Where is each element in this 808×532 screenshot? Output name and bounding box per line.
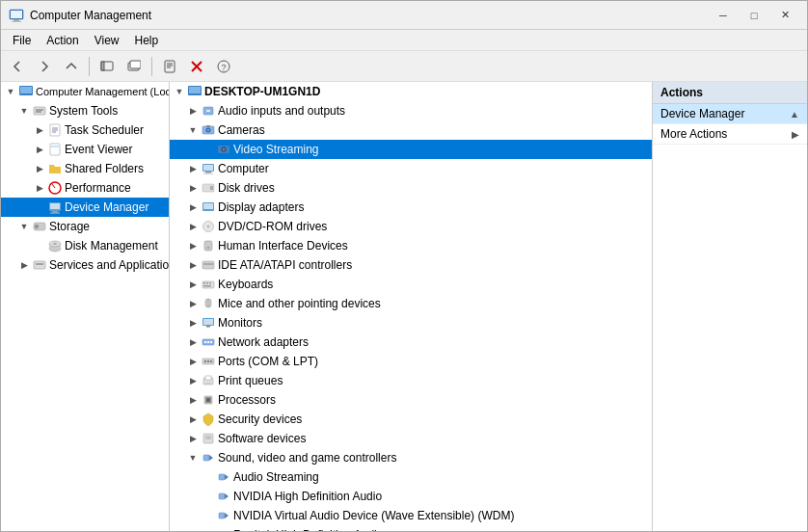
ide-icon <box>201 257 216 273</box>
menu-view[interactable]: View <box>87 31 127 50</box>
svg-rect-58 <box>210 186 213 190</box>
keyboards-item[interactable]: ▶ Keyboards <box>170 275 652 294</box>
mice-item[interactable]: ▶ Mice and other pointing devices <box>170 294 652 313</box>
more-actions-action[interactable]: More Actions ▶ <box>653 124 807 145</box>
security-devices-item[interactable]: ▶ Security devices <box>170 410 652 429</box>
cameras-item[interactable]: ▼ Cameras <box>170 120 652 140</box>
svg-line-28 <box>52 184 55 188</box>
svg-rect-30 <box>50 203 60 209</box>
software-devices-item[interactable]: ▶ Software devices <box>170 429 652 448</box>
services-item[interactable]: ▶ Services and Applications <box>1 255 169 275</box>
properties-button[interactable] <box>157 54 182 79</box>
system-tools-label: System Tools <box>49 104 118 118</box>
nvidia-virtual-audio-item[interactable]: NVIDIA Virtual Audio Device (Wave Extens… <box>170 506 652 525</box>
disk-drives-item[interactable]: ▶ Disk drives <box>170 178 652 198</box>
window-title: Computer Management <box>30 9 709 22</box>
event-viewer-label: Event Viewer <box>65 143 132 156</box>
main-area: ▼ Computer Management (Local ▼ <box>1 82 807 531</box>
nvidia-virtual-icon <box>216 508 231 523</box>
new-window-button[interactable] <box>121 54 147 79</box>
expand-icon <box>201 508 216 523</box>
system-tools-item[interactable]: ▼ System Tools <box>1 101 169 120</box>
app-icon <box>9 8 24 23</box>
up-button[interactable] <box>59 54 84 79</box>
realtek-icon <box>216 527 231 531</box>
computer-label: Computer <box>218 162 269 175</box>
expand-icon: ▶ <box>185 315 201 331</box>
expand-icon <box>201 527 216 531</box>
network-adapters-item[interactable]: ▶ Network adapters <box>170 332 652 352</box>
computer-item[interactable]: ▶ Computer <box>170 159 652 178</box>
sound-video-item[interactable]: ▼ Sound, video and game controllers <box>170 448 652 467</box>
storage-item[interactable]: ▼ Storage <box>1 217 169 236</box>
svg-rect-70 <box>209 282 211 284</box>
desktop-root-item[interactable]: ▼ DESKTOP-UM1GN1D <box>170 82 652 101</box>
menu-file[interactable]: File <box>5 31 39 50</box>
performance-item[interactable]: ▶ Performance <box>1 178 169 198</box>
keyboards-icon <box>201 277 216 292</box>
performance-icon <box>47 180 63 196</box>
dvd-drives-item[interactable]: ▶ DVD/CD-ROM drives <box>170 217 652 236</box>
video-streaming-label: Video Streaming <box>233 143 319 156</box>
svg-rect-17 <box>20 87 32 93</box>
sound-video-label: Sound, video and game controllers <box>218 451 396 465</box>
processors-item[interactable]: ▶ Processors <box>170 390 652 410</box>
disk-drives-icon <box>201 180 216 196</box>
ports-item[interactable]: ▶ Ports (COM & LPT) <box>170 352 652 371</box>
dvd-drives-icon <box>201 219 216 234</box>
menu-help[interactable]: Help <box>127 31 167 50</box>
menu-action[interactable]: Action <box>39 31 86 50</box>
svg-rect-99 <box>219 493 225 499</box>
task-scheduler-icon <box>47 122 63 138</box>
left-root-item[interactable]: ▼ Computer Management (Local <box>1 82 169 101</box>
back-button[interactable] <box>5 54 30 79</box>
expand-icon: ▼ <box>185 122 201 138</box>
help-button[interactable]: ? <box>211 54 236 79</box>
left-root-label: Computer Management (Local <box>36 86 170 97</box>
delete-button[interactable] <box>184 54 209 79</box>
expand-icon: ▶ <box>185 296 201 311</box>
svg-marker-96 <box>209 455 213 461</box>
hid-item[interactable]: ▶ Human Interface Devices <box>170 236 652 255</box>
expand-icon: ▶ <box>185 257 201 273</box>
security-devices-label: Security devices <box>218 412 302 426</box>
window-controls: ─ □ ✕ <box>709 6 799 25</box>
event-viewer-item[interactable]: ▶ Event Viewer <box>1 140 169 159</box>
disk-management-item[interactable]: Disk Management <box>1 236 169 255</box>
svg-rect-49 <box>206 125 210 127</box>
maximize-button[interactable]: □ <box>740 6 768 25</box>
print-queues-item[interactable]: ▶ Print queues <box>170 371 652 390</box>
close-button[interactable]: ✕ <box>770 6 799 25</box>
nvidia-hd-audio-item[interactable]: NVIDIA High Definition Audio <box>170 487 652 506</box>
svg-rect-26 <box>51 146 59 147</box>
sound-video-icon <box>201 450 216 466</box>
svg-rect-1 <box>11 11 22 18</box>
display-adapters-label: Display adapters <box>218 200 304 214</box>
task-scheduler-label: Task Scheduler <box>65 123 144 137</box>
device-manager-action-label: Device Manager <box>660 107 744 120</box>
expand-icon: ▼ <box>16 219 32 234</box>
display-adapters-item[interactable]: ▶ Display adapters <box>170 198 652 217</box>
realtek-audio-item[interactable]: Realtek High Definition Audio <box>170 525 652 531</box>
ide-item[interactable]: ▶ IDE ATA/ATAPI controllers <box>170 255 652 275</box>
minimize-button[interactable]: ─ <box>709 6 738 25</box>
security-devices-icon <box>201 412 216 427</box>
show-hide-button[interactable] <box>94 54 120 79</box>
forward-button[interactable] <box>32 54 57 79</box>
chevron-up-icon: ▲ <box>790 109 799 120</box>
device-manager-item[interactable]: Device Manager <box>1 198 169 217</box>
device-manager-action[interactable]: Device Manager ▲ <box>653 104 807 124</box>
nvidia-hd-label: NVIDIA High Definition Audio <box>233 490 382 503</box>
svg-rect-55 <box>205 172 211 173</box>
cameras-label: Cameras <box>218 123 265 137</box>
task-scheduler-item[interactable]: ▶ Task Scheduler <box>1 120 169 140</box>
audio-inputs-item[interactable]: ▶ Audio inputs and outputs <box>170 101 652 120</box>
video-streaming-item[interactable]: Video Streaming <box>170 140 652 159</box>
shared-folders-item[interactable]: ▶ Shared Folders <box>1 159 169 178</box>
device-manager-icon <box>47 200 63 215</box>
monitors-item[interactable]: ▶ Monitors <box>170 313 652 332</box>
expand-icon: ▶ <box>185 373 201 388</box>
svg-rect-77 <box>206 326 210 328</box>
software-devices-label: Software devices <box>218 432 306 445</box>
audio-streaming-item[interactable]: Audio Streaming <box>170 467 652 487</box>
